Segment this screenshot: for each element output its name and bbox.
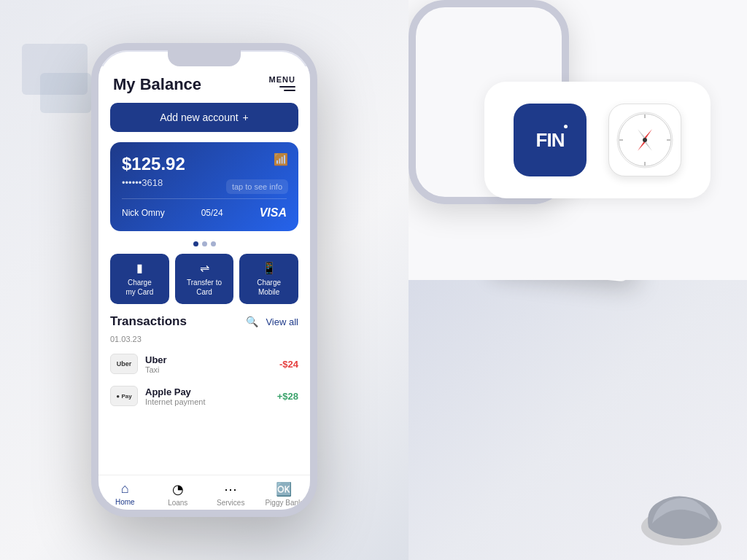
phone-header: My Balance MENU <box>98 66 310 98</box>
tx-applepay-info: Apple Pay Internet payment <box>145 386 270 406</box>
app-icons-container: FIN <box>484 82 711 198</box>
phone-notch <box>168 50 241 66</box>
tx-applepay-amount: +$28 <box>277 391 298 402</box>
services-icon: ⋯ <box>224 481 237 497</box>
nav-home[interactable]: ⌂ Home <box>98 481 152 507</box>
transaction-applepay: ● Pay Apple Pay Internet payment +$28 <box>98 380 310 412</box>
phone-mockup: My Balance MENU Add new account + 📶 $125… <box>91 43 317 517</box>
dot-3[interactable] <box>211 241 216 246</box>
transfer-label: Transfer toCard <box>187 278 222 297</box>
balance-card[interactable]: 📶 $125.92 ••••••3618 tap to see info Nic… <box>110 142 298 231</box>
card-balance: $125.92 <box>122 154 287 174</box>
tx-uber-amount: -$24 <box>279 359 298 370</box>
nav-services-label: Services <box>217 499 244 507</box>
bottom-right-section: Finanta Financial App FINANTA Finanta An… <box>409 280 747 560</box>
tx-applepay-type: Internet payment <box>145 397 270 406</box>
add-account-label: Add new account <box>160 112 238 123</box>
view-all-button[interactable]: View all <box>266 316 298 327</box>
tap-to-see-label[interactable]: tap to see info <box>226 179 288 194</box>
piggybank-icon: 🆗 <box>276 481 292 497</box>
bottom-navigation: ⌂ Home ◔ Loans ⋯ Services 🆗 Piggy Bank <box>98 475 310 510</box>
menu-lines <box>269 86 295 91</box>
charge-card-label: Chargemy Card <box>125 278 153 297</box>
rock-decoration <box>638 487 725 545</box>
report-book: Finanta Financial App FINANTA Finanta An… <box>484 280 630 282</box>
phone-screen: My Balance MENU Add new account + 📶 $125… <box>98 66 310 510</box>
svg-point-10 <box>643 138 647 142</box>
charge-card-icon: ▮ <box>136 261 143 275</box>
tx-uber-name: Uber <box>145 354 272 365</box>
applepay-logo: ● Pay <box>110 386 138 406</box>
charge-mobile-label: ChargeMobile <box>257 278 281 297</box>
uber-logo: Uber <box>110 354 138 374</box>
tx-uber-type: Taxi <box>145 365 272 374</box>
nav-loans-label: Loans <box>168 499 187 507</box>
transfer-icon: ⇌ <box>200 261 209 275</box>
nav-loans[interactable]: ◔ Loans <box>152 481 205 507</box>
transactions-controls: 🔍 View all <box>246 316 298 327</box>
transactions-title: Transactions <box>110 314 187 329</box>
mobile-icon: 📱 <box>262 261 276 275</box>
add-account-button[interactable]: Add new account + <box>110 103 298 132</box>
home-icon: ⌂ <box>121 481 129 497</box>
transaction-uber: Uber Uber Taxi -$24 <box>98 348 310 380</box>
page-title: My Balance <box>113 75 201 94</box>
charge-mobile-button[interactable]: 📱 ChargeMobile <box>239 254 298 304</box>
deco-rect-2 <box>40 73 91 113</box>
right-panel: FIN <box>409 0 747 560</box>
card-pagination-dots <box>98 241 310 246</box>
transfer-to-card-button[interactable]: ⇌ Transfer toCard <box>175 254 234 304</box>
loans-icon: ◔ <box>172 481 184 497</box>
card-brand: VISA <box>260 206 287 219</box>
dot-1[interactable] <box>193 241 198 246</box>
action-buttons: ▮ Chargemy Card ⇌ Transfer toCard 📱 Char… <box>110 254 298 304</box>
top-right-section: FIN <box>409 0 747 280</box>
transaction-date: 01.03.23 <box>98 333 310 348</box>
add-account-icon: + <box>243 112 249 123</box>
card-expiry: 05/24 <box>201 208 223 218</box>
fin-app-icon[interactable]: FIN <box>514 104 587 176</box>
nav-piggybank[interactable]: 🆗 Piggy Bank <box>258 481 311 507</box>
search-transactions-button[interactable]: 🔍 <box>246 316 258 327</box>
card-owner: Nick Omny <box>122 208 165 218</box>
dot-2[interactable] <box>202 241 207 246</box>
transactions-header: Transactions 🔍 View all <box>98 311 310 333</box>
charge-card-button[interactable]: ▮ Chargemy Card <box>110 254 169 304</box>
left-panel: My Balance MENU Add new account + 📶 $125… <box>0 0 409 560</box>
fin-logo-text: FIN <box>536 129 565 152</box>
wifi-icon: 📶 <box>274 152 288 166</box>
card-footer: Nick Omny 05/24 VISA <box>122 198 287 219</box>
safari-app-icon[interactable] <box>608 104 681 176</box>
nav-piggybank-label: Piggy Bank <box>265 499 302 507</box>
nav-services[interactable]: ⋯ Services <box>204 481 258 507</box>
nav-home-label: Home <box>115 498 135 506</box>
tx-uber-info: Uber Taxi <box>145 354 272 374</box>
safari-svg <box>616 111 674 169</box>
menu-button[interactable]: MENU <box>269 75 295 91</box>
tx-applepay-name: Apple Pay <box>145 386 270 397</box>
